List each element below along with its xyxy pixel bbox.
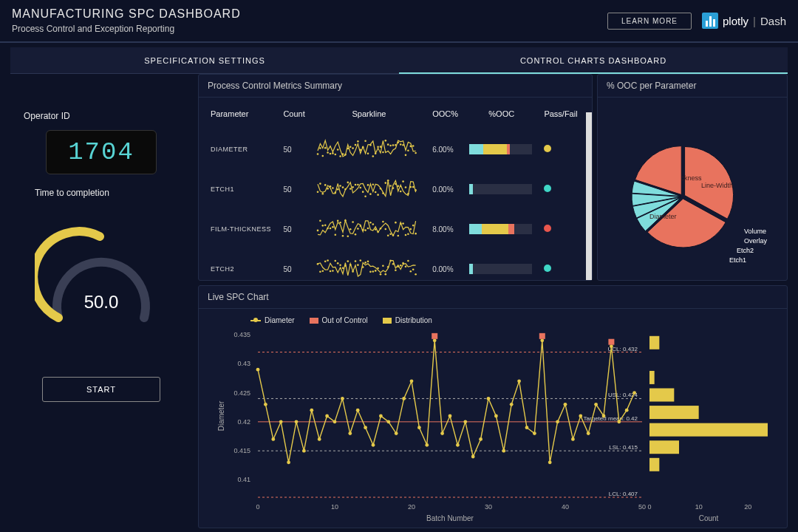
svg-point-232 — [587, 432, 590, 435]
svg-point-189 — [256, 368, 260, 372]
svg-point-112 — [397, 235, 399, 237]
svg-point-91 — [344, 219, 347, 222]
svg-point-114 — [402, 222, 404, 225]
legend-diameter-icon — [250, 320, 261, 321]
gauge-time-to-completion: Time to completion 50.0 — [35, 222, 168, 340]
svg-point-46 — [332, 187, 334, 189]
svg-point-66 — [382, 192, 384, 194]
svg-point-59 — [364, 195, 366, 197]
svg-point-137 — [359, 259, 361, 262]
svg-point-109 — [389, 233, 392, 235]
svg-point-136 — [357, 264, 359, 266]
cell-sparkline — [312, 210, 427, 248]
svg-point-0 — [316, 153, 318, 155]
svg-point-121 — [319, 271, 321, 273]
cell-param: DIAMETER — [200, 130, 277, 168]
svg-point-6 — [332, 152, 334, 154]
svg-point-69 — [389, 185, 392, 187]
svg-point-36 — [407, 150, 409, 152]
brand-dash: Dash — [760, 15, 786, 27]
svg-text:20: 20 — [744, 503, 751, 511]
svg-point-144 — [377, 267, 379, 270]
svg-point-3 — [324, 147, 327, 149]
panel-live-spc-chart: Live SPC Chart Diameter Out of Control D… — [198, 285, 788, 528]
svg-rect-250 — [649, 371, 655, 384]
panel-ooc-per-parameter: % OOC per Parameter Film-ThicknessLine-W… — [597, 74, 788, 281]
start-button[interactable]: START — [42, 377, 160, 402]
svg-text:Diameter: Diameter — [649, 213, 677, 220]
svg-point-143 — [375, 270, 377, 272]
legend-ooc: Out of Control — [322, 316, 368, 324]
svg-point-145 — [379, 273, 381, 276]
svg-point-219 — [487, 397, 491, 400]
metrics-scrollbar[interactable] — [586, 112, 592, 280]
svg-point-223 — [517, 379, 521, 383]
svg-point-58 — [362, 191, 364, 193]
svg-point-192 — [279, 420, 283, 423]
svg-point-2 — [321, 155, 324, 157]
svg-point-159 — [415, 273, 417, 276]
svg-text:Etch2: Etch2 — [737, 247, 754, 254]
main: Operator ID 1704 Time to completion 50.0… — [0, 74, 798, 531]
svg-point-63 — [375, 191, 377, 194]
time-to-completion-label: Time to completion — [35, 188, 109, 198]
svg-point-47 — [334, 191, 336, 194]
svg-point-217 — [471, 455, 475, 459]
tab-specification-settings[interactable]: SPECIFICATION SETTINGS — [10, 47, 399, 74]
pie-title: % OOC per Parameter — [598, 75, 787, 98]
sidebar: Operator ID 1704 Time to completion 50.0… — [10, 74, 192, 520]
pie-chart[interactable]: Film-ThicknessLine-WidthVolumeOverlayEtc… — [598, 100, 787, 278]
svg-point-202 — [356, 409, 360, 412]
svg-point-26 — [382, 151, 384, 154]
svg-point-38 — [412, 145, 415, 147]
svg-text:Volume: Volume — [744, 228, 766, 235]
spc-legend: Diameter Out of Control Distribution — [206, 312, 780, 327]
svg-point-53 — [349, 188, 352, 190]
svg-point-134 — [352, 270, 354, 273]
spc-chart[interactable]: 0.410.4150.420.4250.430.43501020304050UC… — [206, 327, 775, 521]
cell-passfail — [539, 170, 583, 208]
svg-point-105 — [379, 228, 381, 230]
col-parameter: Parameter — [200, 99, 277, 129]
svg-point-237 — [625, 409, 629, 412]
spc-title: Live SPC Chart — [199, 286, 787, 309]
svg-point-218 — [479, 437, 482, 441]
svg-rect-240 — [539, 333, 545, 339]
svg-point-212 — [433, 338, 437, 342]
brand-plotly: plotly — [723, 15, 748, 27]
svg-point-32 — [397, 142, 399, 144]
svg-point-33 — [400, 143, 402, 146]
cell-count: 50 — [279, 130, 310, 168]
svg-point-45 — [329, 185, 331, 188]
svg-rect-252 — [649, 336, 659, 349]
svg-point-74 — [402, 180, 404, 183]
svg-point-233 — [594, 403, 598, 406]
svg-point-216 — [463, 420, 467, 423]
svg-point-127 — [334, 260, 336, 262]
svg-point-201 — [348, 432, 352, 435]
tab-control-charts-dashboard[interactable]: CONTROL CHARTS DASHBOARD — [399, 47, 788, 74]
svg-point-61 — [369, 193, 372, 195]
svg-point-84 — [327, 228, 329, 230]
svg-point-20 — [366, 153, 369, 155]
svg-point-41 — [319, 183, 321, 185]
svg-point-99 — [364, 229, 366, 231]
svg-point-77 — [409, 186, 412, 188]
metrics-title: Process Control Metrics Summary — [199, 75, 592, 98]
svg-point-72 — [397, 185, 399, 188]
svg-point-82 — [321, 225, 324, 227]
svg-rect-248 — [649, 406, 699, 419]
learn-more-button[interactable]: LEARN MORE — [607, 13, 692, 30]
svg-point-190 — [264, 403, 267, 406]
svg-point-1 — [319, 147, 321, 149]
svg-point-146 — [382, 265, 384, 267]
svg-point-39 — [415, 152, 417, 154]
svg-point-130 — [341, 267, 344, 269]
svg-point-119 — [415, 233, 417, 235]
svg-point-191 — [271, 437, 275, 441]
svg-point-155 — [404, 265, 406, 267]
svg-point-196 — [310, 409, 313, 412]
svg-point-215 — [456, 443, 460, 447]
cell-oocpct: 0.00% — [428, 250, 463, 280]
svg-point-4 — [327, 151, 329, 154]
